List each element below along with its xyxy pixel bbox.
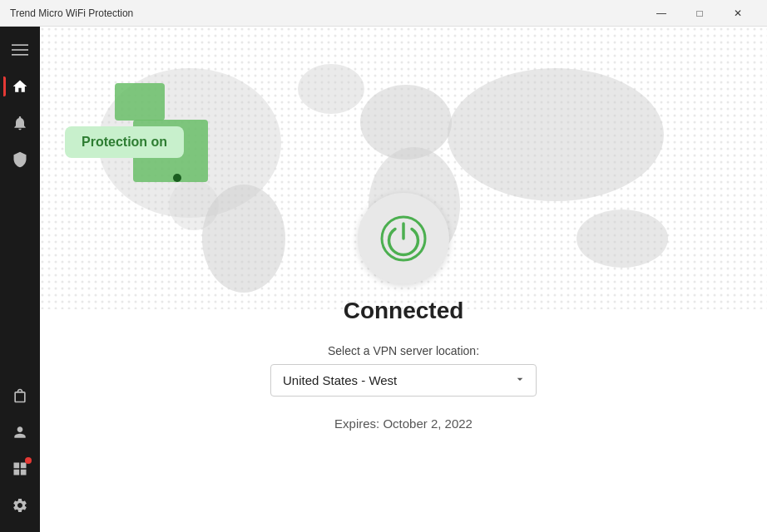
close-button[interactable]: ✕ [719,0,757,27]
vpn-location-select[interactable]: United States - West United States - Eas… [270,364,537,397]
sidebar-item-home[interactable] [3,70,37,103]
content-area: Connected Select a VPN server location: … [40,193,767,431]
vpn-select-label: Select a VPN server location: [328,344,479,357]
title-bar: Trend Micro WiFi Protection — □ ✕ [0,0,767,27]
window-controls: — □ ✕ [642,0,757,27]
sidebar-item-bag[interactable] [3,379,37,412]
svg-point-9 [173,174,181,182]
main-content: Protection on Connected Select a VPN ser… [40,27,767,532]
app-body: Protection on Connected Select a VPN ser… [0,27,767,532]
svg-rect-7 [115,83,165,121]
protection-badge: Protection on [65,126,184,158]
connected-status: Connected [344,298,464,324]
sidebar-item-alert[interactable] [3,106,37,140]
sidebar-item-shield[interactable] [3,143,37,176]
sidebar-item-grid[interactable] [3,452,37,485]
svg-rect-2 [12,54,28,56]
svg-point-15 [298,64,364,114]
svg-rect-0 [12,44,28,46]
vpn-select-wrapper: United States - West United States - Eas… [270,364,537,397]
app-title: Trend Micro WiFi Protection [10,7,642,19]
svg-point-13 [448,68,664,201]
sidebar-item-settings[interactable] [3,489,37,522]
sidebar [0,27,40,532]
power-button[interactable] [358,193,449,284]
svg-rect-1 [12,49,28,51]
maximize-button[interactable]: □ [680,0,719,27]
sidebar-item-user[interactable] [3,416,37,449]
expires-label: Expires: October 2, 2022 [334,416,473,431]
grid-badge [25,457,32,464]
minimize-button[interactable]: — [642,0,680,27]
sidebar-item-menu[interactable] [3,33,37,66]
